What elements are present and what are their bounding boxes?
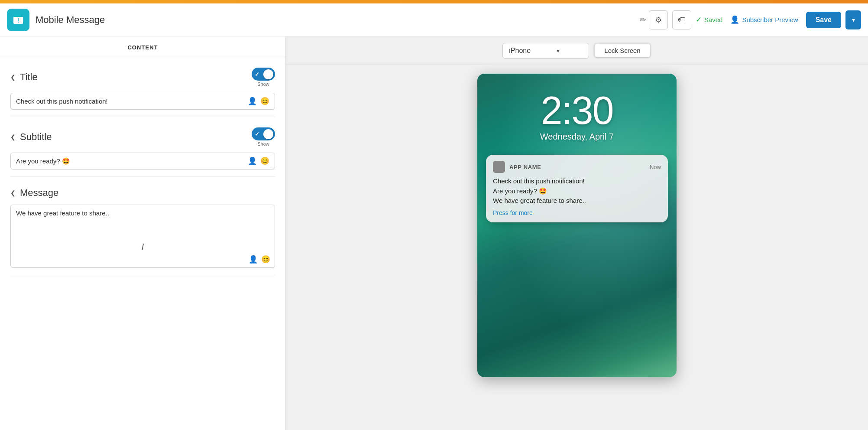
message-section: ❮ Message We have great feature to share… (10, 177, 275, 275)
subtitle-chevron[interactable]: ❮ (10, 134, 16, 140)
header-actions: ⚙ 🏷 ✓ Saved 👤 Subscriber Preview Save ▾ (649, 10, 861, 29)
top-bar (0, 0, 868, 3)
message-chevron[interactable]: ❮ (10, 189, 16, 196)
subtitle-section-title-row: ❮ Subtitle (10, 131, 52, 143)
person-input-icon[interactable]: 👤 (248, 97, 257, 106)
subtitle-toggle-wrapper: ✓ Show (252, 127, 275, 147)
preview-toolbar: iPhone ▾ Lock Screen (286, 36, 868, 65)
notif-line2: Are you ready? 🤩 (493, 186, 661, 196)
subtitle-input[interactable] (16, 157, 248, 165)
lock-date-display: Wednesday, April 7 (477, 132, 677, 142)
toggle-check-icon: ✓ (255, 71, 259, 78)
subtitle-toggle-check-icon: ✓ (255, 131, 259, 137)
message-textarea-wrapper: We have great feature to share.. 👤 😊 I (10, 205, 275, 268)
tag-icon: 🏷 (678, 15, 686, 24)
subtitle-section-label: Subtitle (20, 131, 52, 143)
app-title: Mobile Message (36, 14, 637, 26)
saved-label: Saved (704, 16, 723, 23)
main-content: CONTENT ❮ Title ✓ (0, 36, 868, 430)
cursor-indicator: I (138, 238, 148, 255)
title-toggle-label: Show (257, 81, 269, 87)
title-toggle[interactable]: ✓ (252, 68, 275, 81)
message-person-icon[interactable]: 👤 (249, 255, 258, 264)
edit-title-button[interactable]: ✏ (637, 13, 649, 27)
subtitle-input-icons: 👤 😊 (248, 156, 269, 166)
message-section-label: Message (20, 187, 58, 199)
save-button[interactable]: Save (806, 12, 841, 28)
left-panel: CONTENT ❮ Title ✓ (0, 36, 286, 430)
screen-type-tabs: Lock Screen (593, 42, 651, 59)
notif-line1: Check out this push notification! (493, 176, 661, 186)
title-input[interactable] (16, 98, 248, 105)
message-textarea-icons: 👤 😊 (249, 255, 270, 264)
notif-line3: We have great feature to share.. (493, 196, 661, 206)
sections-container: ❮ Title ✓ Show (0, 57, 285, 430)
app-icon: ! (7, 9, 29, 31)
title-input-row: 👤 😊 (10, 93, 275, 110)
lock-time-display: 2:30 (477, 91, 677, 130)
lock-time-container: 2:30 Wednesday, April 7 (477, 74, 677, 142)
preview-area: 2:30 Wednesday, April 7 APP NAME Now Che… (286, 65, 868, 430)
title-toggle-wrapper: ✓ Show (252, 68, 275, 87)
selected-device-label: iPhone (509, 47, 531, 55)
title-section-label: Title (20, 72, 38, 83)
title-chevron[interactable]: ❮ (10, 74, 16, 81)
right-panel: iPhone ▾ Lock Screen 2:30 Wednesday, Apr… (286, 36, 868, 430)
content-header: CONTENT (0, 36, 285, 57)
notif-app-icon (493, 161, 505, 173)
gear-icon: ⚙ (655, 15, 662, 25)
subtitle-person-icon[interactable]: 👤 (248, 156, 257, 166)
message-section-title-row: ❮ Message (10, 187, 58, 199)
phone-mockup: 2:30 Wednesday, April 7 APP NAME Now Che… (477, 74, 677, 377)
device-select[interactable]: iPhone ▾ (502, 43, 589, 59)
header: ! Mobile Message ✏ ⚙ 🏷 ✓ Saved 👤 Subscri… (0, 3, 868, 36)
svg-text:!: ! (17, 17, 19, 24)
app-container: ! Mobile Message ✏ ⚙ 🏷 ✓ Saved 👤 Subscri… (0, 0, 868, 430)
toggle-knob (263, 69, 273, 79)
notif-app-name: APP NAME (509, 164, 650, 170)
message-section-header: ❮ Message (10, 187, 275, 199)
device-select-chevron: ▾ (557, 47, 560, 54)
message-emoji-icon[interactable]: 😊 (261, 255, 270, 264)
title-section-title-row: ❮ Title (10, 72, 38, 83)
subtitle-toggle-knob (263, 129, 273, 139)
title-section: ❮ Title ✓ Show (10, 57, 275, 117)
lock-screen-tab[interactable]: Lock Screen (595, 44, 650, 57)
pencil-icon: ✏ (640, 16, 646, 24)
chevron-down-icon: ▾ (852, 16, 855, 23)
save-dropdown-button[interactable]: ▾ (845, 10, 861, 29)
subtitle-toggle[interactable]: ✓ (252, 127, 275, 140)
notif-time: Now (650, 164, 661, 170)
subtitle-emoji-icon[interactable]: 😊 (260, 156, 269, 166)
subtitle-toggle-label: Show (257, 141, 269, 147)
title-section-header: ❮ Title ✓ Show (10, 68, 275, 87)
press-for-more: Press for more (493, 209, 661, 216)
subscriber-preview-label: Subscriber Preview (742, 16, 798, 23)
title-input-icons: 👤 😊 (248, 97, 269, 106)
subtitle-input-row: 👤 😊 (10, 153, 275, 169)
subtitle-section: ❮ Subtitle ✓ Show (10, 117, 275, 177)
phone-background: 2:30 Wednesday, April 7 APP NAME Now Che… (477, 74, 677, 377)
settings-button[interactable]: ⚙ (649, 10, 668, 29)
subscriber-preview-button[interactable]: 👤 Subscriber Preview (727, 15, 801, 24)
notif-body: Check out this push notification! Are yo… (493, 176, 661, 206)
tag-button[interactable]: 🏷 (672, 10, 691, 29)
notif-header: APP NAME Now (493, 161, 661, 173)
checkmark-icon: ✓ (696, 15, 702, 24)
notification-card: APP NAME Now Check out this push notific… (486, 155, 668, 222)
saved-indicator: ✓ Saved (696, 15, 723, 24)
emoji-input-icon[interactable]: 😊 (260, 97, 269, 106)
person-icon: 👤 (730, 15, 739, 24)
subtitle-section-header: ❮ Subtitle ✓ Show (10, 127, 275, 147)
